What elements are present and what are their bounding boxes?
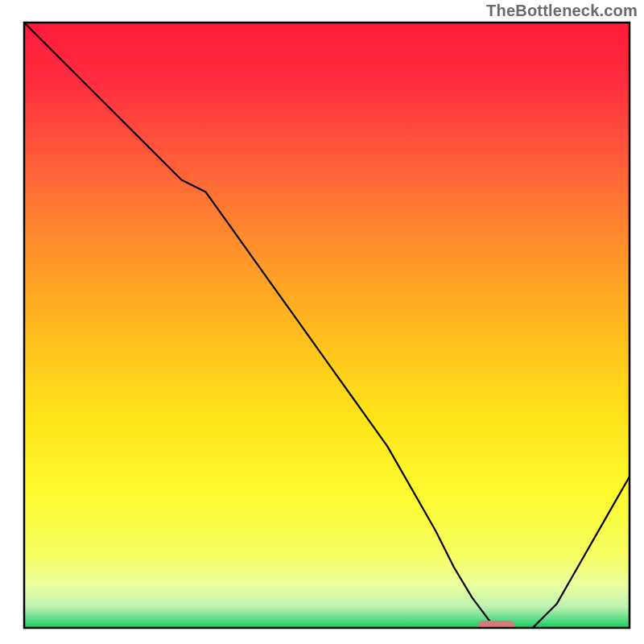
- plot-area: [24, 23, 630, 633]
- watermark-text: TheBottleneck.com: [486, 2, 638, 20]
- optimal-marker: [478, 621, 514, 633]
- chart-container: TheBottleneck.com: [0, 0, 644, 644]
- bottleneck-chart: [0, 0, 644, 644]
